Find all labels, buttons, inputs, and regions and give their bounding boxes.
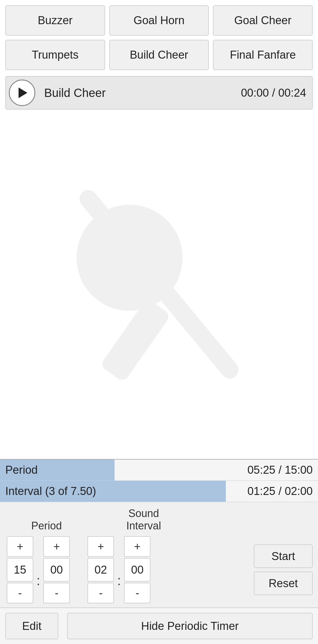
interval-colon: : bbox=[117, 573, 121, 588]
period-minutes-minus[interactable]: - bbox=[7, 583, 33, 603]
interval-seconds-minus[interactable]: - bbox=[124, 583, 150, 603]
mic-icon bbox=[71, 181, 247, 387]
play-button[interactable] bbox=[9, 80, 35, 106]
player-time-separator: / bbox=[269, 87, 278, 99]
controls-labels-row: Period Sound Interval bbox=[5, 507, 313, 532]
hide-periodic-timer-button[interactable]: Hide Periodic Timer bbox=[67, 613, 313, 639]
final-fanfare-button[interactable]: Final Fanfare bbox=[213, 40, 313, 70]
spinners-row: + 15 - : + 00 - + 02 - : + 00 bbox=[5, 535, 313, 605]
interval-minutes-value: 02 bbox=[87, 558, 114, 582]
period-minutes-plus[interactable]: + bbox=[7, 536, 33, 557]
start-reset-column: Start Reset bbox=[254, 544, 313, 595]
sound-interval-label-line2: Interval bbox=[126, 520, 161, 532]
player-time: 00:00 / 00:24 bbox=[241, 87, 306, 99]
controls-area: Period Sound Interval + 15 - : + 00 - bbox=[0, 502, 318, 607]
interval-timer-bar: Interval (3 of 7.50) 01:25 / 02:00 bbox=[0, 481, 318, 502]
period-label: Period bbox=[5, 464, 38, 476]
build-cheer-button[interactable]: Build Cheer bbox=[109, 40, 209, 70]
interval-minutes-spinner: + 02 - bbox=[86, 535, 115, 605]
interval-current: 01:25 bbox=[247, 485, 275, 497]
mic-illustration-area bbox=[0, 110, 318, 459]
interval-minutes-plus[interactable]: + bbox=[87, 536, 114, 557]
interval-label: Interval (3 of 7.50) bbox=[5, 485, 96, 498]
goal-cheer-button[interactable]: Goal Cheer bbox=[213, 5, 313, 36]
period-control-label: Period bbox=[31, 520, 62, 532]
period-time: 05:25 / 15:00 bbox=[247, 464, 313, 476]
period-total: 15:00 bbox=[285, 464, 313, 476]
period-colon: : bbox=[37, 573, 40, 588]
interval-seconds-value: 00 bbox=[124, 558, 150, 582]
interval-total: 02:00 bbox=[285, 485, 313, 497]
period-minutes-spinner: + 15 - bbox=[5, 535, 35, 605]
player-total-time: 00:24 bbox=[278, 87, 306, 99]
interval-seconds-spinner: + 00 - bbox=[122, 535, 152, 605]
period-seconds-minus[interactable]: - bbox=[43, 583, 70, 603]
play-button-wrap[interactable] bbox=[6, 77, 38, 109]
trumpets-button[interactable]: Trumpets bbox=[5, 40, 105, 70]
period-seconds-spinner: + 00 - bbox=[42, 535, 71, 605]
svg-rect-1 bbox=[100, 298, 171, 383]
interval-time: 01:25 / 02:00 bbox=[247, 485, 313, 498]
timer-section: Period 05:25 / 15:00 Interval (3 of 7.50… bbox=[0, 459, 318, 607]
sound-interval-label-line1: Sound bbox=[128, 507, 159, 520]
reset-button[interactable]: Reset bbox=[254, 572, 313, 595]
player-bar: Build Cheer 00:00 / 00:24 bbox=[5, 76, 313, 110]
sound-buttons-grid: Buzzer Goal Horn Goal Cheer Trumpets Bui… bbox=[0, 0, 318, 73]
period-current: 05:25 bbox=[247, 464, 275, 476]
play-icon bbox=[19, 87, 27, 98]
buzzer-button[interactable]: Buzzer bbox=[5, 5, 105, 36]
period-timer-bar: Period 05:25 / 15:00 bbox=[0, 460, 318, 481]
start-button[interactable]: Start bbox=[254, 544, 313, 568]
period-minutes-value: 15 bbox=[7, 558, 33, 582]
player-info: Build Cheer 00:00 / 00:24 bbox=[38, 86, 312, 100]
interval-seconds-plus[interactable]: + bbox=[124, 536, 150, 557]
period-seconds-plus[interactable]: + bbox=[43, 536, 70, 557]
player-track-name: Build Cheer bbox=[44, 86, 106, 100]
sound-interval-label-group: Sound Interval bbox=[102, 507, 185, 532]
edit-button[interactable]: Edit bbox=[5, 613, 58, 639]
interval-minutes-minus[interactable]: - bbox=[87, 583, 114, 603]
period-seconds-value: 00 bbox=[43, 558, 70, 582]
period-label-group: Period bbox=[5, 520, 88, 532]
goal-horn-button[interactable]: Goal Horn bbox=[109, 5, 209, 36]
player-current-time: 00:00 bbox=[241, 87, 269, 99]
bottom-bar: Edit Hide Periodic Timer bbox=[0, 607, 318, 644]
